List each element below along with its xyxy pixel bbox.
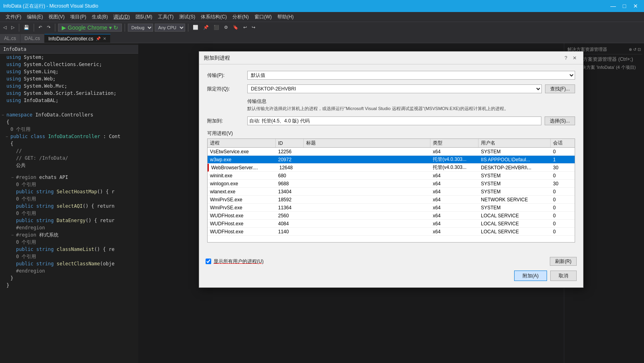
table-row[interactable]: WmiPrvSE.exe 18592 x64 NETWORK SERVICE 0 [208,196,575,204]
cancel-button[interactable]: 取消 [550,271,577,281]
td-session: 0 [551,228,575,235]
code-line: #endregion [0,267,138,275]
toolbar-icon3[interactable]: ⬛ [212,24,221,31]
th-process[interactable]: 进程 [208,139,276,147]
table-row[interactable]: wininit.exe 680 x64 SYSTEM 0 [208,172,575,180]
code-line: − public class InfoDataController : Cont [0,133,138,140]
menu-file[interactable]: 文件(F) [3,13,24,21]
attach-button[interactable]: 附加(A) [514,271,547,281]
menu-tools[interactable]: 工具(T) [155,13,176,21]
th-type[interactable]: 类型 [430,139,478,147]
tab-close-icon[interactable]: ✕ [103,36,106,41]
code-line: using System.Web.Mvc; [0,82,138,90]
code-line: 0 个引用 [0,253,138,260]
select-button[interactable]: 选择(S)... [545,116,575,125]
table-row[interactable]: WUDFHost.exe 2560 x64 LOCAL SERVICE 0 [208,212,575,220]
table-row[interactable]: winlogon.exe 9688 x64 SYSTEM 30 [208,180,575,188]
qualifier-select[interactable]: DESKTOP-2EHVBRI [247,84,542,93]
ide-title-controls: — □ ✕ [608,1,641,11]
find-button[interactable]: 查找(F)... [545,84,575,93]
td-type: x64 [430,196,478,203]
table-row-selected[interactable]: w3wp.exe 20972 托管(v4.0.303... IIS APPPOO… [208,156,575,164]
code-line: 0 个引用 [0,181,138,188]
redo-btn[interactable]: ↷ [45,24,52,31]
toolbar-icon4[interactable]: ⚙ [222,24,230,31]
th-title[interactable]: 标题 [304,139,430,147]
menu-debug[interactable]: 调试(D) [111,13,132,21]
play-button[interactable]: ▶ Google Chrome ▾ ↻ [58,24,122,32]
menu-analyze[interactable]: 分析(N) [230,13,251,21]
td-id: 11364 [276,204,304,211]
qualifier-label: 限定符(Q): [207,86,247,92]
dialog-close-btn[interactable]: ✕ [571,54,578,62]
toolbar-icon2[interactable]: 📌 [202,24,210,31]
dialog-title: 附加到进程 [204,54,230,62]
menu-edit[interactable]: 编辑(E) [24,13,45,21]
back-btn[interactable]: ◁ [2,24,8,31]
save-btn[interactable]: 💾 [22,24,31,31]
table-row[interactable]: WUDFHost.exe 4084 x64 LOCAL SERVICE 0 [208,220,575,228]
td-id: 18592 [276,196,304,203]
toolbar-icon6[interactable]: ↩ [242,24,248,31]
undo-btn[interactable]: ↶ [37,24,44,31]
menu-window[interactable]: 窗口(W) [252,13,274,21]
table-body[interactable]: VsEtwService.exe 12256 x64 SYSTEM 0 [208,148,575,242]
table-row[interactable]: WebBrowserServer.... 12648 托管(v4.0.303..… [208,164,575,172]
minimize-button[interactable]: — [608,1,618,11]
td-process: WUDFHost.exe [208,220,276,227]
transport-select[interactable]: 默认值 [247,71,575,80]
toolbar-icon5[interactable]: 🔖 [231,24,240,31]
td-title [304,180,430,187]
available-processes-label: 可用进程(V) [207,130,575,137]
code-line: public string SelectHoastMap() { r [0,188,138,195]
process-table: 进程 ID 标题 类型 用户名 会话 [207,138,575,243]
dialog-help-btn[interactable]: ? [562,54,569,62]
info-text: 默认传输允许选择此计算机上的进程，或选择运行"Microsoft Visual … [207,106,575,112]
td-user: SYSTEM [478,148,551,155]
code-line: 0 个引用 [0,210,138,217]
close-button[interactable]: ✕ [630,1,641,11]
menu-test[interactable]: 测试(S) [177,13,198,21]
code-line: public string selectClassName(obje [0,260,138,267]
toolbar: ◁ ▷ 💾 ↶ ↷ ▶ Google Chrome ▾ ↻ Debug Any … [0,22,644,33]
refresh-button[interactable]: 刷新(R) [550,257,577,266]
table-header: 进程 ID 标题 类型 用户名 会话 [208,139,575,148]
debug-config-select[interactable]: Debug [128,24,153,32]
editor-area: InfoData using System; using System.Coll… [0,43,644,363]
td-title [304,204,430,211]
attach-to-input[interactable] [247,116,541,125]
td-process: WUDFHost.exe [208,212,276,219]
tab-infodatacontroller[interactable]: InfoDataController.cs 📌 ✕ [44,34,111,43]
tab-dal-cs[interactable]: DAL.cs [20,34,44,43]
code-line [0,104,138,111]
code-line: using System.Collections.Generic; [0,61,138,68]
table-row[interactable]: WUDFHost.exe 1140 x64 LOCAL SERVICE 0 [208,228,575,236]
forward-btn[interactable]: ▷ [10,24,16,31]
td-user: LOCAL SERVICE [478,212,551,219]
menu-view[interactable]: 视图(V) [46,13,67,21]
code-line: 0 个引用 [0,195,138,203]
th-id[interactable]: ID [276,139,304,147]
menu-build[interactable]: 生成(B) [89,13,110,21]
td-process: WebBrowserServer.... [209,164,277,171]
th-user[interactable]: 用户名 [478,139,551,147]
show-all-users-checkbox[interactable] [206,259,211,264]
th-session[interactable]: 会话 [551,139,575,147]
table-row[interactable]: WmiPrvSE.exe 11364 x64 SYSTEM 0 [208,204,575,212]
table-row[interactable]: wlanext.exe 13404 x64 SYSTEM 0 [208,188,575,196]
menu-project[interactable]: 项目(P) [68,13,89,21]
menu-help[interactable]: 帮助(H) [275,13,296,21]
cpu-select[interactable]: Any CPU [155,24,185,32]
maximize-button[interactable]: □ [619,1,630,11]
menu-architecture[interactable]: 体系结构(C) [198,13,229,21]
td-type: x64 [430,148,478,155]
td-title [304,188,430,195]
toolbar-icon7[interactable]: ↪ [250,24,257,31]
table-row[interactable]: VsEtwService.exe 12256 x64 SYSTEM 0 [208,148,575,156]
toolbar-icon1[interactable]: ⬜ [191,24,200,31]
td-user: NETWORK SERVICE [478,196,551,203]
td-user: LOCAL SERVICE [478,220,551,227]
menu-team[interactable]: 团队(M) [133,13,155,21]
attach-to-row: 附加到: 选择(S)... [207,116,575,125]
tab-al-cs[interactable]: AL.cs [0,34,20,43]
